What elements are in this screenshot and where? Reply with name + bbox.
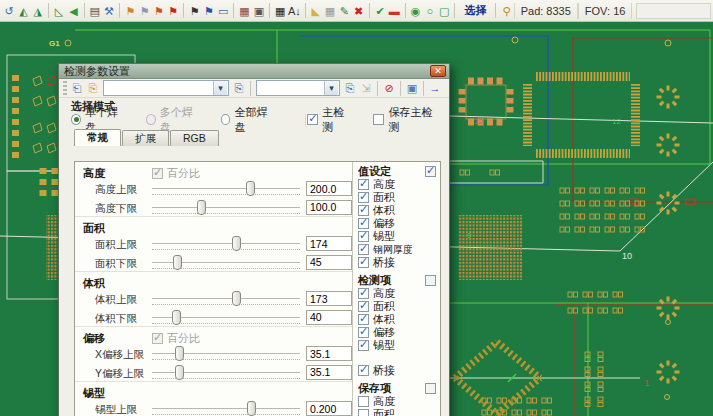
volume-lower-label: 体积下限 [95,312,137,326]
height-upper-value[interactable] [306,181,352,196]
ds-area-checkbox[interactable] [358,301,369,312]
save-main-detect-checkbox[interactable] [373,114,384,125]
tab-rgb[interactable]: RGB [170,130,219,146]
select-mode-label[interactable]: 选择 [458,3,492,18]
vs-area-checkbox[interactable] [358,192,369,203]
location-pin-icon[interactable]: ⚑ [166,2,180,20]
circle-icon[interactable]: ○ [423,2,437,20]
cancel-icon[interactable]: ⊘ [381,79,397,97]
height-lower-slider[interactable] [152,200,300,217]
flip-horizontal-icon[interactable]: ◭ [16,2,30,20]
detect-set-header-checkbox[interactable] [425,275,436,286]
separator [84,3,85,18]
ds-solder-shape-checkbox[interactable] [358,340,369,351]
ruler-triangle-icon[interactable]: ◣ [309,2,323,20]
confirm-icon[interactable]: ✔ [373,2,387,20]
tab-general[interactable]: 常规 [74,129,121,146]
volume-lower-slider[interactable] [152,310,300,327]
ss-height-checkbox[interactable] [358,396,369,407]
pin-orange-icon[interactable]: ⚑ [123,2,137,20]
volume-upper-slider[interactable] [152,291,300,308]
pin-red-icon[interactable]: ⚑ [152,2,166,20]
save-icon[interactable]: ▣ [404,79,420,97]
magnifier-icon[interactable]: ⚲ [499,2,513,20]
tab-extended[interactable]: 扩展 [122,130,169,146]
ss-area-checkbox[interactable] [358,409,369,416]
apply-template-2-icon[interactable]: ⎘ [342,79,358,97]
vs-stencil-checkbox[interactable] [358,244,369,255]
separator [423,81,424,96]
height-lower-label: 高度下限 [95,202,137,216]
value-set-section: 值设定 高度 面积 体积 偏移 锡型 钢网厚度 桥接 [358,164,437,269]
grid-grey-icon[interactable]: ▦ [323,2,337,20]
cone-icon[interactable]: ◀ [66,2,80,20]
dialog-toolbar: ⎗⎘⎘⎘⇲⊘▣→ [59,79,449,98]
area-lower-value[interactable] [306,255,352,270]
offset-y-value[interactable] [306,365,352,380]
height-lower-value[interactable] [306,200,352,215]
area-lower-slider[interactable] [152,255,300,272]
vs-solder-shape-checkbox[interactable] [358,231,369,242]
area-upper-value[interactable] [306,236,352,251]
vs-bridge-label: 桥接 [373,255,395,270]
radio-all-pads[interactable] [221,114,231,125]
exit-icon[interactable]: → [427,79,443,97]
circle-dot-icon[interactable]: ◉ [408,2,422,20]
statusbar-empty-cell [636,3,711,19]
import-template-icon[interactable]: ⎗ [69,79,85,97]
vs-volume-checkbox[interactable] [358,205,369,216]
ds-solder-shape-label: 锡型 [373,338,395,353]
apply-template-1-icon[interactable]: ⎘ [231,79,247,97]
pcb-label-12b: 12 [612,117,621,126]
volume-upper-label: 体积上限 [95,293,137,307]
separator [48,3,49,18]
pin-black-icon[interactable]: ⚑ [187,2,201,20]
area-upper-label: 面积上限 [95,238,137,252]
square-icon[interactable]: ▢ [437,2,451,20]
ds-volume-checkbox[interactable] [358,314,369,325]
table-capture-icon[interactable]: ▦ [237,2,251,20]
pin-blue-icon[interactable]: ⚑ [202,2,216,20]
main-detect-checkbox[interactable] [307,114,318,125]
volume-lower-value[interactable] [306,310,352,325]
close-button[interactable]: ✕ [430,65,446,77]
image-icon[interactable]: ▤ [88,2,102,20]
undo-icon[interactable]: ↺ [2,2,16,20]
sort-az-icon[interactable]: A↓ [287,2,301,20]
camera-icon[interactable]: ▣ [252,2,266,20]
flip-vertical-icon[interactable]: ◮ [31,2,45,20]
separator [233,3,234,18]
tools-icon[interactable]: ⚒ [102,2,116,20]
offset-x-slider[interactable] [152,346,300,363]
pin-grey-icon[interactable]: ⚑ [137,2,151,20]
solder-shape-value[interactable] [306,401,352,416]
radio-single-pad[interactable] [71,114,81,125]
ds-offset-checkbox[interactable] [358,327,369,338]
grid-view-icon[interactable]: ▦ [273,2,287,20]
ds-height-checkbox[interactable] [358,288,369,299]
set-square-icon[interactable]: ◺ [52,2,66,20]
export-template-icon[interactable]: ⎘ [85,79,101,97]
vs-offset-checkbox[interactable] [358,218,369,229]
volume-upper-value[interactable] [306,291,352,306]
template-combo-1[interactable] [103,80,229,96]
vs-bridge-checkbox[interactable] [358,257,369,268]
vs-height-checkbox[interactable] [358,179,369,190]
offset-x-value[interactable] [306,346,352,361]
mode-section: 选择模式 单个焊盘 多个焊盘 全部焊盘 主检测 保存主检测 [59,98,449,129]
ds-bridge-checkbox[interactable] [358,365,369,376]
delete-icon[interactable]: ✖ [352,2,366,20]
solder-shape-slider[interactable] [152,401,300,416]
height-upper-slider[interactable] [152,181,300,198]
dialog-titlebar[interactable]: 检测参数设置 ✕ [59,64,449,79]
edit-disabled-icon[interactable]: ⇲ [358,79,374,97]
template-combo-2[interactable] [256,80,340,96]
separator [405,3,406,18]
offset-y-slider[interactable] [152,365,300,382]
rect-select-icon[interactable]: ▭ [216,2,230,20]
area-upper-slider[interactable] [152,236,300,253]
annotate-icon[interactable]: ✎ [337,2,351,20]
value-set-header-checkbox[interactable] [425,166,436,177]
remove-icon[interactable]: ▬ [387,2,401,20]
save-set-header-checkbox[interactable] [425,383,436,394]
